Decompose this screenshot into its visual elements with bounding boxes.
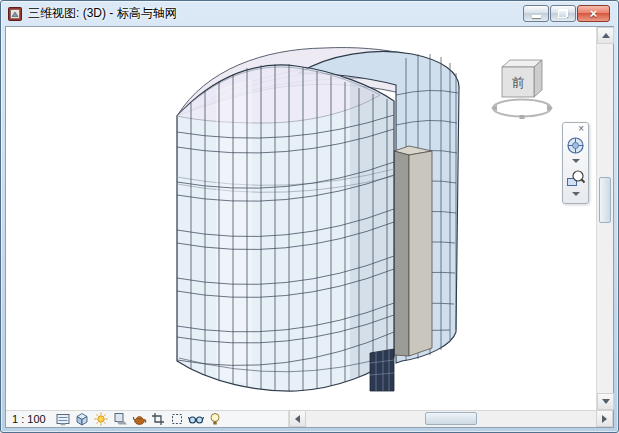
detail-level-icon <box>56 413 70 426</box>
close-icon: × <box>590 7 598 20</box>
view-control-bar: 1 : 100 <box>6 411 288 427</box>
compass-south-tick[interactable] <box>520 115 525 119</box>
scroll-right-button[interactable] <box>596 410 613 427</box>
viewcube[interactable]: 前 <box>490 53 570 127</box>
restore-button[interactable] <box>550 5 576 22</box>
minimize-button[interactable] <box>523 5 549 22</box>
navigation-bar: × <box>562 122 589 204</box>
shadows-button[interactable] <box>112 412 129 427</box>
scroll-up-button[interactable] <box>597 27 614 44</box>
window-controls: × <box>523 5 610 22</box>
sun-path-icon <box>94 412 108 426</box>
scroll-left-button[interactable] <box>289 410 306 427</box>
crop-view-icon <box>151 412 165 426</box>
show-rendering-dialog-button[interactable] <box>131 412 148 427</box>
zoom-region-button[interactable] <box>564 167 587 190</box>
lightbulb-icon <box>209 412 221 426</box>
steering-wheel-button[interactable] <box>564 134 587 157</box>
viewcube-front-label[interactable]: 前 <box>512 75 525 90</box>
visual-style-icon <box>75 412 89 426</box>
shadows-icon <box>113 412 128 426</box>
view-document-icon[interactable] <box>7 6 23 22</box>
arrow-left-icon <box>295 415 300 423</box>
horizontal-scroll-thumb[interactable] <box>425 412 477 425</box>
scroll-down-button[interactable] <box>597 393 614 410</box>
restore-icon <box>558 9 568 18</box>
sun-path-button[interactable] <box>93 412 110 427</box>
arrow-up-icon <box>602 33 610 38</box>
crop-region-icon <box>170 412 184 426</box>
titlebar[interactable]: 三维视图: (3D) - 标高与轴网 × <box>1 1 618 26</box>
scale-button[interactable]: 1 : 100 <box>12 413 46 425</box>
vertical-scroll-thumb[interactable] <box>599 177 611 223</box>
window-title: 三维视图: (3D) - 标高与轴网 <box>28 5 518 22</box>
reveal-hidden-elements-button[interactable] <box>207 412 224 427</box>
arrow-right-icon <box>602 415 607 423</box>
navbar-close-icon[interactable]: × <box>574 124 588 134</box>
show-crop-region-button[interactable] <box>169 412 186 427</box>
minimize-icon <box>532 15 541 18</box>
visual-style-button[interactable] <box>74 412 91 427</box>
glasses-icon <box>188 413 204 425</box>
viewcube-compass-ring[interactable] <box>493 100 551 117</box>
zoom-menu-chevron-icon[interactable] <box>572 192 580 196</box>
detail-level-button[interactable] <box>55 412 72 427</box>
bottom-bar: 1 : 100 <box>6 410 613 427</box>
revit-view-window: 三维视图: (3D) - 标高与轴网 × <box>0 0 619 433</box>
3d-view-canvas[interactable]: 前 × <box>6 27 596 410</box>
view-client-area: 前 × <box>5 26 614 428</box>
close-button[interactable]: × <box>577 5 610 22</box>
crop-view-button[interactable] <box>150 412 167 427</box>
temporary-hide-isolate-button[interactable] <box>188 412 205 427</box>
steering-wheel-icon <box>566 136 585 155</box>
zoom-region-icon <box>566 169 585 188</box>
vertical-scrollbar[interactable] <box>596 27 613 410</box>
horizontal-scrollbar[interactable] <box>288 411 613 427</box>
wheel-menu-chevron-icon[interactable] <box>572 159 580 163</box>
arrow-down-icon <box>602 399 610 404</box>
rendering-teapot-icon <box>132 413 147 426</box>
